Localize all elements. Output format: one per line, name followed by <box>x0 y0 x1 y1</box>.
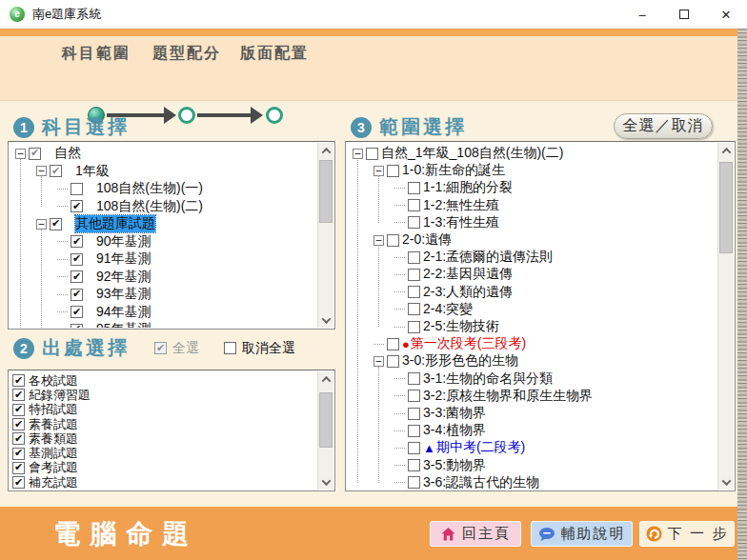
tree-label[interactable]: 第一次段考(三段考) <box>411 335 526 352</box>
tree-checkbox[interactable]: ✔ <box>50 165 62 177</box>
tree-checkbox[interactable] <box>408 216 420 229</box>
maximize-button[interactable] <box>663 0 705 29</box>
list-checkbox[interactable]: ✔ <box>12 462 25 474</box>
close-button[interactable]: ✕ <box>705 0 747 29</box>
scroll-up-icon[interactable] <box>318 371 333 387</box>
tree-label[interactable]: 期中考(二段考) <box>436 439 525 456</box>
tree-checkbox[interactable]: ✔ <box>71 324 83 328</box>
expand-minus-icon[interactable]: − <box>15 149 26 159</box>
tree-label[interactable]: 1-0:新生命的誕生 <box>402 162 505 179</box>
home-button[interactable]: 回主頁 <box>430 521 521 547</box>
tree-checkbox[interactable] <box>408 303 420 315</box>
help-button[interactable]: 輔助說明 <box>531 521 633 547</box>
tree-checkbox[interactable]: ✔ <box>71 253 83 266</box>
list-checkbox[interactable]: ✔ <box>12 404 25 416</box>
minimize-button[interactable]: – <box>621 0 663 29</box>
tree-label[interactable]: 90年基測 <box>96 233 151 250</box>
tree-label[interactable]: 3-4:植物界 <box>423 422 486 439</box>
list-label[interactable]: 補充試題 <box>29 474 78 490</box>
tree-checkbox[interactable] <box>387 338 399 350</box>
tree-label[interactable]: 1-2:無性生殖 <box>423 197 499 214</box>
tree-label[interactable]: 2-3:人類的遺傳 <box>423 284 513 301</box>
tree-checkbox[interactable]: ✔ <box>71 200 83 212</box>
tree-label[interactable]: 2-5:生物技術 <box>423 318 499 335</box>
expand-minus-icon[interactable]: − <box>36 219 47 230</box>
tree-label[interactable]: 2-1:孟德爾的遺傳法則 <box>423 249 553 266</box>
tree-label[interactable]: 2-2:基因與遺傳 <box>423 266 513 283</box>
subject-tree-scrollbar[interactable] <box>317 143 333 328</box>
tree-label[interactable]: 自然 <box>54 145 81 162</box>
tree-checkbox[interactable] <box>387 165 399 177</box>
tree-label[interactable]: 108自然(生物)(二) <box>96 198 203 215</box>
tree-label[interactable]: 2-4:突變 <box>423 301 473 318</box>
scroll-down-icon[interactable] <box>718 474 734 490</box>
tree-checkbox[interactable] <box>408 251 420 264</box>
expand-minus-icon[interactable]: − <box>374 166 384 176</box>
tree-checkbox[interactable] <box>408 476 420 489</box>
tree-checkbox[interactable] <box>408 442 420 454</box>
deselect-all-checkbox-group[interactable]: 取消全選 <box>224 340 295 357</box>
scroll-up-icon[interactable] <box>718 143 734 158</box>
scrollbar-thumb[interactable] <box>319 392 333 448</box>
select-all-checkbox[interactable]: ✔ <box>154 342 167 354</box>
tree-label[interactable]: 94年基測 <box>96 304 151 321</box>
range-tree-scrollbar[interactable] <box>717 143 734 490</box>
tree-checkbox[interactable] <box>408 459 420 471</box>
tree-label[interactable]: 3-6:認識古代的生物 <box>423 474 539 490</box>
tree-checkbox[interactable] <box>366 148 378 160</box>
tree-label[interactable]: 91年基測 <box>96 250 151 268</box>
tree-checkbox[interactable] <box>408 408 420 420</box>
tree-label[interactable]: 3-3:菌物界 <box>423 405 486 422</box>
tree-label[interactable]: 自然_1年級_108自然(生物)(二) <box>381 145 563 162</box>
tree-checkbox[interactable]: ✔ <box>50 218 62 230</box>
tree-checkbox[interactable] <box>408 199 420 211</box>
tree-checkbox[interactable] <box>408 425 420 437</box>
scroll-down-icon[interactable] <box>318 474 333 490</box>
tree-label[interactable]: 3-5:動物界 <box>423 457 486 474</box>
tree-checkbox[interactable] <box>408 372 420 385</box>
list-checkbox[interactable]: ✔ <box>12 418 25 430</box>
tree-checkbox[interactable] <box>387 355 399 368</box>
tree-checkbox[interactable] <box>387 234 399 247</box>
scroll-down-icon[interactable] <box>318 312 333 328</box>
toggle-select-all-button[interactable]: 全選／取消 <box>614 113 713 139</box>
tree-checkbox[interactable] <box>408 269 420 281</box>
list-checkbox[interactable]: ✔ <box>12 448 25 460</box>
expand-minus-icon[interactable]: − <box>36 166 47 176</box>
tree-checkbox[interactable]: ✔ <box>71 306 83 318</box>
tree-label[interactable]: 3-0:形形色色的生物 <box>402 352 518 370</box>
tree-checkbox[interactable] <box>408 182 420 194</box>
tree-label[interactable]: 95年基測 <box>96 321 151 328</box>
list-checkbox[interactable]: ✔ <box>12 476 25 489</box>
tree-label[interactable]: 3-2:原核生物界和原生生物界 <box>423 388 593 405</box>
tree-checkbox[interactable]: ✔ <box>71 235 83 248</box>
tree-checkbox[interactable]: ✔ <box>29 148 41 160</box>
list-checkbox[interactable]: ✔ <box>12 432 25 445</box>
tree-checkbox[interactable]: ✔ <box>71 270 83 283</box>
deselect-all-checkbox[interactable] <box>224 342 236 354</box>
tree-label[interactable]: 93年基測 <box>96 286 151 303</box>
tree-checkbox[interactable] <box>408 286 420 298</box>
tree-label[interactable]: 3-1:生物的命名與分類 <box>423 370 553 388</box>
source-list-scrollbar[interactable] <box>317 371 333 490</box>
expand-minus-icon[interactable]: − <box>374 356 384 367</box>
tree-label[interactable]: 108自然(生物)(一) <box>96 180 203 197</box>
list-checkbox[interactable]: ✔ <box>12 389 25 401</box>
tree-checkbox[interactable]: ✔ <box>71 289 83 301</box>
tree-label[interactable]: 其他題庫試題 <box>75 215 155 232</box>
expand-minus-icon[interactable]: − <box>374 235 384 246</box>
tree-label[interactable]: 92年基測 <box>96 269 151 286</box>
tree-label[interactable]: 1-1:細胞的分裂 <box>423 179 513 196</box>
select-all-checkbox-group[interactable]: ✔ 全選 <box>154 340 199 357</box>
scroll-up-icon[interactable] <box>318 143 333 158</box>
scrollbar-thumb[interactable] <box>319 160 333 223</box>
tree-checkbox[interactable] <box>408 321 420 333</box>
tree-label[interactable]: 1年級 <box>75 163 110 180</box>
tree-label[interactable]: 1-3:有性生殖 <box>423 214 499 231</box>
next-step-button[interactable]: 下 一 步 <box>639 521 735 547</box>
tree-label[interactable]: 2-0:遺傳 <box>402 231 452 249</box>
scrollbar-thumb[interactable] <box>719 162 733 253</box>
tree-checkbox[interactable] <box>71 183 83 195</box>
expand-minus-icon[interactable]: − <box>353 149 363 159</box>
tree-checkbox[interactable] <box>408 390 420 402</box>
